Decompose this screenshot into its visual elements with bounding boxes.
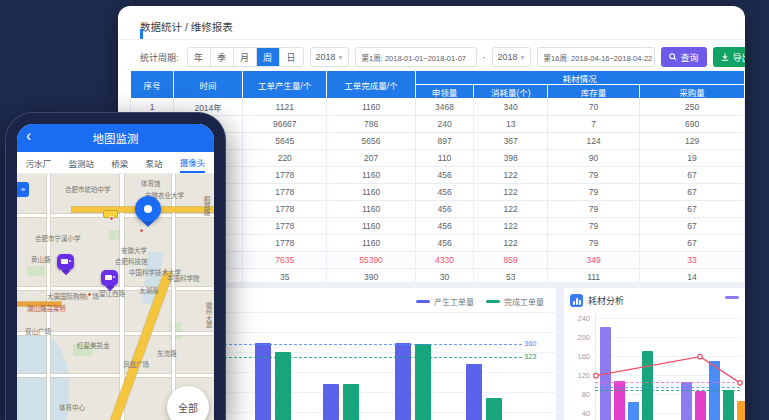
bar-产生工单量[interactable] [323,384,339,420]
table-cell: 122 [474,235,548,252]
table-cell: 70 [548,99,640,116]
table-cell: 367 [474,133,548,150]
table-cell: 110 [415,150,474,167]
map-label: 中国科学院 [167,273,200,283]
park [169,322,182,339]
map-canvas[interactable]: » 全部 合肥市琥珀中学体育馆安徽农业大学桐城路合肥市宁溪小学安徽大学合肥科技馆… [17,174,214,420]
column-header: 工单完成量/个 [327,71,415,99]
year-to-select[interactable]: 2018 ▾ [492,47,531,67]
selected-location-pin[interactable] [135,196,161,230]
table-cell: 250 [640,99,745,116]
breadcrumb: 数据统计 / 维修报表 [140,19,233,34]
bar-consumable[interactable] [695,391,706,420]
back-arrow-icon[interactable]: ‹ [26,127,31,145]
gridline [595,337,742,338]
query-button[interactable]: 查询 [661,47,707,67]
report-table-header: 序号时间工单产生量/个工单完成量/个耗材情况申领量消耗量(个)库存量采购量 [131,71,745,99]
bar-consumable[interactable] [642,351,653,420]
camera-marker[interactable] [101,270,118,291]
y-axis-tick: 240 [572,314,590,323]
table-cell: 19 [640,150,745,167]
bar-产生工单量[interactable] [395,343,411,420]
table-cell: 122 [474,201,548,218]
table-cell: 7 [548,116,640,133]
table-cell: 122 [474,184,548,201]
period-option-日[interactable]: 日 [280,48,303,66]
gridline [595,318,742,319]
export-excel-button[interactable]: 导出Excel [713,47,745,67]
bar-consumable[interactable] [600,327,611,420]
tab-泵站[interactable]: 泵站 [146,153,163,172]
table-cell: 786 [327,116,415,133]
bar-consumable[interactable] [737,401,745,420]
reference-line-label: 360 [524,339,537,348]
table-cell: 1160 [327,184,415,201]
map-label: 桐城路 [201,196,211,216]
table-cell: 240 [415,116,474,133]
table-cell: 1778 [243,184,327,201]
table-cell: 7635 [243,252,327,269]
table-cell: 1160 [327,235,415,252]
bar-consumable[interactable] [723,390,734,420]
poi-marker[interactable] [87,292,92,297]
bar-完成工单量[interactable] [275,352,291,420]
table-cell: 67 [640,167,745,184]
table-cell: 1778 [243,201,327,218]
sub-column-header: 消耗量(个) [474,85,548,99]
table-cell: 1160 [327,167,415,184]
bar-consumable[interactable] [628,402,639,420]
table-cell: 79 [548,218,640,235]
bar-完成工单量[interactable] [343,384,359,420]
table-cell: 349 [548,252,640,269]
week-from-input[interactable]: 第1周: 2018-01-01~2018-01-07 [355,47,477,67]
table-cell: 79 [548,235,640,252]
column-header: 时间 [174,71,243,99]
camera-marker[interactable] [57,254,74,275]
map-label: 双山广场 [25,326,51,336]
period-option-周[interactable]: 周 [257,48,280,66]
week-to-input[interactable]: 第16周: 2018-04-16~2018-04-22 [537,47,655,67]
reference-line-label: 323 [524,352,537,361]
bar-产生工单量[interactable] [255,343,271,420]
table-cell: 124 [548,133,640,150]
sub-column-header: 申领量 [415,85,474,99]
table-cell: 55390 [327,252,415,269]
consumables-chart-panel: 耗材分析 2402001601208040 [564,288,745,420]
table-cell: 220 [243,150,327,167]
table-cell: 1778 [243,167,327,184]
map-label: 合肥市琥珀中学 [65,184,111,194]
calendar-icon: ▾ [339,53,343,62]
map-expander-button[interactable]: » [17,182,29,197]
tab-桥梁[interactable]: 桥梁 [111,153,128,172]
table-cell: 122 [474,167,548,184]
bar-产生工单量[interactable] [466,364,482,420]
search-icon [669,53,677,61]
reference-line [174,357,522,358]
table-cell: 398 [474,150,548,167]
table-cell: 79 [548,167,640,184]
period-option-季[interactable]: 季 [211,48,234,66]
period-option-月[interactable]: 月 [234,48,257,66]
y-axis-tick: 120 [572,371,590,380]
table-cell: 456 [415,184,474,201]
table-cell: 1121 [243,99,327,116]
bar-完成工单量[interactable] [486,398,502,420]
all-filter-button[interactable]: 全部 [167,386,209,420]
map-label: 黄山路 [31,254,51,264]
year-from-select[interactable]: 2018 ▾ [310,47,349,67]
poi-marker[interactable] [109,216,114,221]
tab-监测站[interactable]: 监测站 [68,153,94,172]
map-label: 徽州大道 [203,302,213,328]
phone-page-title: 地图监测 [93,130,139,146]
tab-摄像头[interactable]: 摄像头 [180,152,206,173]
breadcrumb-text: 数据统计 / 维修报表 [140,19,233,34]
period-option-年[interactable]: 年 [188,48,211,66]
table-cell: 456 [415,235,474,252]
divider [118,39,745,40]
table-cell: 13 [474,116,548,133]
map-label: 太湖路 [139,285,159,295]
tab-污水厂[interactable]: 污水厂 [26,153,52,172]
map-label: 红星美凯龙 [77,340,110,350]
bar-完成工单量[interactable] [415,344,431,420]
reference-line [595,387,740,388]
